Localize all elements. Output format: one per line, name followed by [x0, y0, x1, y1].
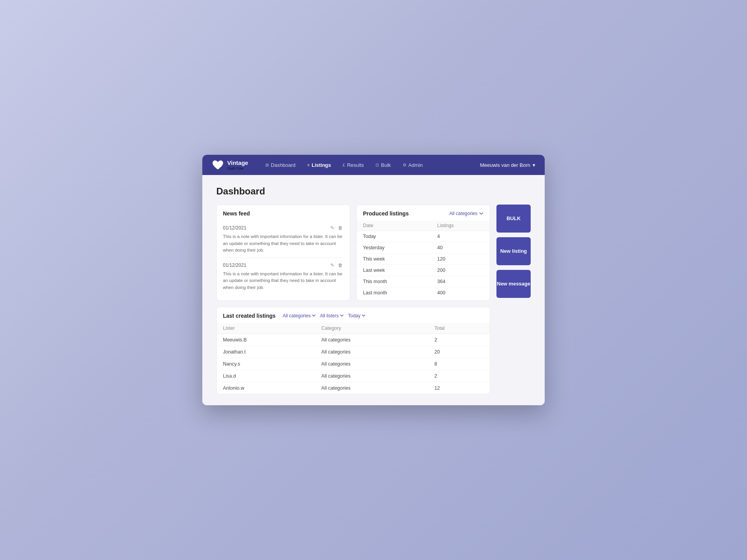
listing-lister: Meeuwis.B — [217, 334, 315, 346]
last-listings-header: Last created listings All categories All… — [217, 307, 490, 323]
list-item: Lisa.dAll categories2 — [217, 370, 490, 382]
nav-label-bulk: Bulk — [381, 162, 391, 168]
news-delete-btn-1[interactable]: 🗑 — [337, 224, 344, 231]
logo-area[interactable]: Vintage Cash Cow — [212, 159, 248, 170]
produced-count: 40 — [431, 242, 490, 254]
last-listings-card: Last created listings All categories All… — [216, 307, 490, 394]
news-item-1-header: 01/12/2021 ✎ 🗑 — [223, 224, 344, 231]
listing-category: All categories — [315, 334, 428, 346]
bulk-icon: ⊡ — [375, 163, 379, 168]
news-item-1: 01/12/2021 ✎ 🗑 This is a note with impor… — [223, 220, 344, 258]
nav-item-results[interactable]: £ Results — [338, 160, 368, 170]
listing-total: 2 — [428, 370, 490, 382]
user-menu[interactable]: Meeuwis van der Born ▾ — [480, 162, 535, 168]
list-item: Nancy.sAll categories8 — [217, 358, 490, 370]
news-feed-body: 01/12/2021 ✎ 🗑 This is a note with impor… — [217, 220, 350, 300]
produced-date: This week — [357, 254, 431, 265]
navbar: Vintage Cash Cow ⊞ Dashboard ≡ Listings … — [202, 155, 545, 175]
produced-category-filter[interactable]: All categories — [449, 211, 484, 216]
news-item-2: 01/12/2021 ✎ 🗑 This is a note with impor… — [223, 258, 344, 295]
table-row: Yesterday40 — [357, 242, 490, 254]
produced-count: 120 — [431, 254, 490, 265]
news-actions-1: ✎ 🗑 — [330, 224, 344, 231]
list-item: Jonathan.tAll categories20 — [217, 346, 490, 358]
listing-lister: Jonathan.t — [217, 346, 315, 358]
news-text-1: This is a note with important informatio… — [223, 233, 344, 254]
produced-header: Produced listings All categories — [357, 205, 490, 220]
table-row: Last month400 — [357, 287, 490, 299]
new-listing-button[interactable]: New listing — [496, 237, 531, 265]
news-date-2: 01/12/2021 — [223, 262, 246, 268]
listing-total: 2 — [428, 334, 490, 346]
produced-count: 400 — [431, 287, 490, 299]
table-row: Last week200 — [357, 265, 490, 276]
nav-label-admin: Admin — [409, 162, 423, 168]
news-item-2-header: 01/12/2021 ✎ 🗑 — [223, 262, 344, 269]
col-total: Total — [428, 323, 490, 334]
logo-brand: Vintage — [227, 160, 248, 166]
logo-heart-icon — [212, 159, 224, 170]
top-row: News feed 01/12/2021 ✎ 🗑 — [216, 205, 490, 301]
produced-table-header: Date Listings — [357, 220, 490, 231]
produced-filter-chevron-icon — [479, 211, 484, 216]
produced-count: 200 — [431, 265, 490, 276]
list-item: Antonio.wAll categories12 — [217, 382, 490, 394]
news-feed-title: News feed — [217, 205, 350, 220]
browser-window: Vintage Cash Cow ⊞ Dashboard ≡ Listings … — [202, 155, 545, 405]
table-row: Today4 — [357, 231, 490, 242]
produced-date: This month — [357, 276, 431, 287]
col-category: Category — [315, 323, 428, 334]
nav-label-results: Results — [347, 162, 364, 168]
produced-date: Yesterday — [357, 242, 431, 254]
listing-total: 8 — [428, 358, 490, 370]
news-edit-btn-2[interactable]: ✎ — [330, 262, 335, 269]
listings-icon: ≡ — [307, 163, 310, 167]
main-content: Dashboard News feed 01/12/2021 — [202, 175, 545, 405]
listing-lister: Antonio.w — [217, 382, 315, 394]
nav-item-bulk[interactable]: ⊡ Bulk — [371, 160, 395, 170]
nav-item-dashboard[interactable]: ⊞ Dashboard — [261, 160, 300, 170]
listing-category: All categories — [315, 370, 428, 382]
last-listings-lister-filter[interactable]: All listers — [320, 313, 344, 318]
logo-subtext: Cash Cow — [227, 166, 248, 170]
list-item: Meeuwis.BAll categories2 — [217, 334, 490, 346]
bulk-button[interactable]: BULK — [496, 205, 531, 233]
news-text-2: This is a note with important informatio… — [223, 271, 344, 291]
listing-lister: Nancy.s — [217, 358, 315, 370]
last-listings-body: Meeuwis.BAll categories2Jonathan.tAll ca… — [217, 334, 490, 394]
last-listings-category-filter[interactable]: All categories — [282, 313, 316, 318]
results-icon: £ — [343, 163, 345, 167]
last-time-label: Today — [348, 313, 360, 318]
last-category-label: All categories — [282, 313, 310, 318]
produced-filter-label: All categories — [449, 211, 477, 216]
produced-table: Date Listings Today4Yesterday40This week… — [357, 220, 490, 298]
last-lister-chevron-icon — [340, 313, 344, 318]
col-lister: Lister — [217, 323, 315, 334]
produced-col-date: Date — [357, 220, 431, 231]
last-listings-title: Last created listings — [223, 313, 275, 319]
nav-links: ⊞ Dashboard ≡ Listings £ Results ⊡ Bulk … — [261, 160, 480, 170]
news-edit-btn-1[interactable]: ✎ — [330, 224, 335, 231]
last-listings-header-row: Lister Category Total — [217, 323, 490, 334]
dashboard-layout: News feed 01/12/2021 ✎ 🗑 — [216, 205, 531, 394]
news-actions-2: ✎ 🗑 — [330, 262, 344, 269]
news-date-1: 01/12/2021 — [223, 225, 246, 231]
nav-label-dashboard: Dashboard — [271, 162, 296, 168]
produced-table-body: Today4Yesterday40This week120Last week20… — [357, 231, 490, 299]
user-chevron-icon: ▾ — [533, 162, 535, 168]
nav-item-listings[interactable]: ≡ Listings — [303, 160, 336, 170]
produced-col-listings: Listings — [431, 220, 490, 231]
produced-count: 4 — [431, 231, 490, 242]
admin-icon: ⚙ — [403, 163, 407, 168]
produced-count: 364 — [431, 276, 490, 287]
last-listings-time-filter[interactable]: Today — [348, 313, 366, 318]
produced-listings-title: Produced listings — [363, 210, 409, 217]
news-delete-btn-2[interactable]: 🗑 — [337, 262, 344, 269]
right-column: BULK New listing New message — [496, 205, 531, 298]
nav-item-admin[interactable]: ⚙ Admin — [398, 160, 428, 170]
table-row: This week120 — [357, 254, 490, 265]
listing-total: 12 — [428, 382, 490, 394]
user-name: Meeuwis van der Born — [480, 162, 530, 168]
listing-category: All categories — [315, 346, 428, 358]
new-message-button[interactable]: New message — [496, 270, 531, 298]
